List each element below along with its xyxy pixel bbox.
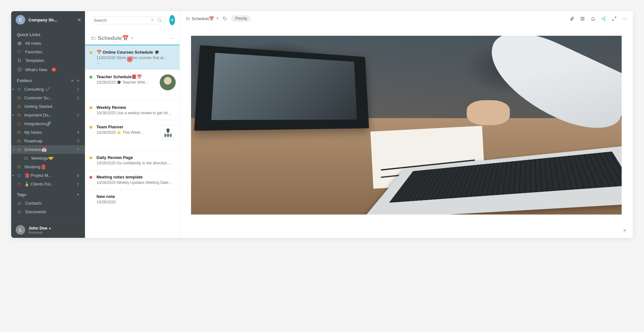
note-item-meeting-notes[interactable]: Meeting notes template 10/28/2020 Weekly… — [85, 170, 180, 190]
folder-label: My Notes — [24, 130, 42, 135]
tag-documents[interactable]: ◇ Documents — [11, 207, 85, 216]
chevron-down-icon: ▼ — [49, 227, 51, 230]
user-subtitle: Personal — [28, 230, 51, 234]
tag-icon[interactable] — [223, 16, 227, 21]
breadcrumb-label: Schedule — [192, 16, 209, 21]
quicklink-templates[interactable]: ☷ Templates — [11, 56, 85, 65]
folder-clients[interactable]: 🗀 🏅 Clients Fol... 1 — [11, 180, 85, 188]
add-tag-icon[interactable]: + — [77, 192, 79, 197]
account-switcher[interactable]: C Company Sh... ▼ — [11, 11, 85, 28]
folder-icon: 🗀 — [91, 35, 96, 41]
quicklink-all-notes[interactable]: ▤ All notes — [11, 39, 85, 48]
grid-icon[interactable] — [580, 16, 585, 21]
note-list-panel: + 🗀 Schedule📅 ▼ ⋯ 📅 Online Courses Sched… — [85, 11, 180, 238]
search-input[interactable] — [94, 18, 147, 23]
status-dot-icon — [89, 176, 92, 179]
add-folder-icon[interactable]: + — [77, 78, 79, 83]
chevron-down-icon[interactable]: ▼ — [12, 148, 15, 151]
note-body[interactable] — [180, 26, 633, 238]
note-item-team-planner[interactable]: Team Planner 10/28/2020 ⭐ This Week ... — [85, 120, 180, 151]
folder-project-m[interactable]: ▶ 🗀 📕 Project M... 6 — [11, 171, 85, 180]
note-meta: 10/28/2020 — [96, 200, 174, 204]
note-title: Meeting notes template — [96, 175, 174, 179]
scroll-top-button[interactable] — [622, 229, 627, 233]
chevron-down-icon[interactable]: ▼ — [216, 17, 219, 20]
folder-consulting[interactable]: ▶ 🗀 Consulting ✔️ 1 — [11, 85, 85, 94]
note-item-online-courses[interactable]: 📅 Online Courses Schedule 🎓 11/02/2020 S… — [85, 45, 180, 70]
share-icon[interactable] — [601, 16, 606, 21]
svg-line-4 — [160, 21, 161, 22]
quicklink-label: All notes — [25, 41, 41, 46]
collapse-sidebar-button[interactable] — [78, 18, 82, 22]
folder-icon: 🗀 — [17, 182, 21, 186]
notification-badge: 1 — [51, 68, 56, 72]
user-menu[interactable]: L John Doe ▼ Personal — [11, 222, 85, 238]
chevron-right-icon[interactable]: ▶ — [12, 88, 14, 91]
folder-icon: 🗀 — [17, 139, 21, 143]
folder-roadmap[interactable]: 🗀 Roadmap 3 — [11, 137, 85, 145]
more-icon[interactable]: ⋯ — [169, 35, 174, 41]
folder-count: 4 — [77, 130, 79, 135]
folder-customer-su[interactable]: 🗀 Customer Su... 2 — [11, 94, 85, 102]
workspace-avatar: C — [16, 15, 25, 25]
tag-contacts[interactable]: ◇ Contacts — [11, 199, 85, 207]
expand-icon[interactable] — [612, 16, 617, 21]
folder-integrations[interactable]: 🗀 Integrations🔗 — [11, 119, 85, 128]
filter-icon[interactable] — [150, 18, 155, 23]
folder-getting-started[interactable]: 🗀 Getting Started — [11, 102, 85, 111]
quicklink-whats-new[interactable]: ⓘ What's New 1 — [11, 65, 85, 74]
note-title: Weekly Review — [96, 105, 174, 110]
note-item-daily-review[interactable]: Daily Review Page 10/28/2020 Go confiden… — [85, 151, 180, 170]
quicklink-label: What's New — [25, 67, 47, 72]
chevron-right-icon[interactable]: ▶ — [12, 174, 14, 177]
search-field[interactable] — [89, 16, 166, 24]
attachment-icon[interactable] — [570, 16, 574, 21]
user-name: John Doe ▼ — [28, 226, 51, 230]
search-icon[interactable] — [157, 18, 162, 23]
breadcrumb[interactable]: 🗀 Schedule📅 ▼ — [186, 16, 219, 21]
quicklink-favorites[interactable]: ♡ Favorites — [11, 48, 85, 56]
folder-icon: 🗀 — [17, 173, 21, 178]
folders-header: Folders ≡ + — [11, 74, 85, 85]
hero-image — [191, 36, 622, 215]
chevron-down-icon[interactable]: ▼ — [131, 36, 134, 40]
folder-icon: 🗀 — [17, 147, 21, 152]
folder-count: 6 — [77, 173, 79, 178]
note-meta: 10/28/2020 Weekly Updates Meeting Date:.… — [96, 180, 174, 185]
note-item-teacher-schedule[interactable]: Teacher Schedule📕📅 10/29/2020 🎓 Teacher … — [85, 70, 180, 101]
svg-rect-7 — [583, 17, 584, 18]
folder-meetings[interactable]: 🗀 Meetings🤝 — [11, 154, 85, 162]
priority-chip[interactable]: Priority — [231, 15, 251, 22]
folder-studying[interactable]: 🗀 Studying📕 — [11, 162, 85, 171]
folder-count: 3 — [77, 139, 79, 143]
note-item-new-note[interactable]: New note 10/28/2020 — [85, 190, 180, 209]
chevron-right-icon[interactable]: ▶ — [12, 114, 14, 117]
workspace-name: Company Sh... — [28, 18, 74, 22]
bell-icon[interactable] — [591, 16, 595, 21]
folder-schedule[interactable]: ▼ 🗀 Schedule📅 7 — [11, 145, 85, 154]
svg-line-14 — [603, 19, 604, 20]
more-icon[interactable]: ⋯ — [622, 16, 627, 21]
note-item-weekly-review[interactable]: Weekly Review 10/28/2020 Use a weekly re… — [85, 101, 180, 120]
tag-label: Documents — [25, 209, 46, 214]
info-icon: ⓘ — [17, 67, 22, 72]
status-dot-icon — [89, 76, 92, 79]
folder-icon: 🗀 — [186, 16, 190, 21]
folder-label: Important Do... — [24, 113, 52, 117]
note-thumbnail — [160, 124, 176, 140]
folder-label: 📕 Project M... — [24, 173, 51, 178]
sort-icon[interactable]: ≡ — [71, 78, 74, 83]
list-header[interactable]: 🗀 Schedule📅 ▼ ⋯ — [85, 29, 180, 45]
folder-my-notes[interactable]: 🗀 My Notes 4 — [11, 128, 85, 137]
new-note-button[interactable]: + — [169, 15, 175, 25]
calendar-icon: 📅 — [209, 16, 214, 21]
folder-label: Customer Su... — [24, 95, 52, 100]
folder-label: Meetings🤝 — [31, 156, 53, 161]
note-list[interactable]: 📅 Online Courses Schedule 🎓 11/02/2020 S… — [85, 45, 180, 238]
content-panel: 🗀 Schedule📅 ▼ Priority ⋯ — [180, 11, 633, 238]
folder-label: Schedule📅 — [24, 147, 47, 152]
tag-label: Contacts — [25, 201, 42, 206]
folder-important-do[interactable]: ▶ 🗀 Important Do... 2 — [11, 111, 85, 119]
list-title: Schedule — [98, 35, 122, 41]
note-meta: 10/28/2020 Go confidently in the directi… — [96, 161, 174, 165]
